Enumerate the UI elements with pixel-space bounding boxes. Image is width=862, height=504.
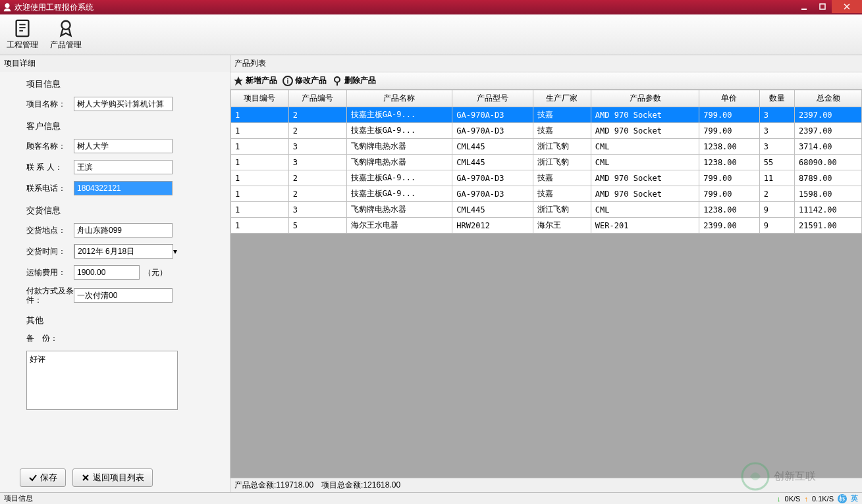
table-cell: CML <box>591 202 699 218</box>
table-cell: 2 <box>288 107 346 123</box>
table-header[interactable]: 产品名称 <box>346 90 452 107</box>
shipping-fee-input[interactable] <box>74 265 140 280</box>
table-cell: 11142.00 <box>795 202 862 218</box>
table-cell: HRW2012 <box>452 218 533 234</box>
project-name-input[interactable] <box>74 97 173 111</box>
svg-marker-12 <box>234 76 243 86</box>
delivery-time-input[interactable] <box>74 244 173 259</box>
table-header[interactable]: 产品参数 <box>591 90 699 107</box>
table-cell: CML445 <box>452 139 533 155</box>
table-header[interactable]: 产品编号 <box>288 90 346 107</box>
edit-product-button[interactable]: i 修改产品 <box>283 75 327 86</box>
table-header[interactable]: 总金额 <box>795 90 862 107</box>
edit-product-label: 修改产品 <box>295 75 327 86</box>
table-cell: 3714.00 <box>795 139 862 155</box>
table-cell: 浙江飞豹 <box>533 202 591 218</box>
table-cell: CML445 <box>452 155 533 170</box>
table-cell: 1 <box>231 186 289 202</box>
table-cell: 1 <box>231 123 289 139</box>
minimize-button[interactable] <box>795 0 813 13</box>
project-name-label: 项目名称： <box>26 99 74 110</box>
remarks-textarea[interactable]: 好评 <box>26 351 178 410</box>
close-button[interactable] <box>832 0 862 13</box>
table-cell: 飞豹牌电热水器 <box>346 155 452 170</box>
payment-terms-label: 付款方式及条件： <box>26 286 74 305</box>
table-cell: 2 <box>288 170 346 186</box>
ime-indicator-2[interactable]: 英 <box>851 493 858 503</box>
table-cell: 55 <box>759 155 794 170</box>
table-cell: 技嘉 <box>533 170 591 186</box>
date-dropdown-icon[interactable]: ▾ <box>173 247 177 256</box>
delivery-time-picker[interactable]: ▾ <box>74 244 173 259</box>
save-button[interactable]: 保存 <box>20 468 66 487</box>
main-content: 项目详细 项目信息 项目名称： 客户信息 顾客名称： 联 系 人： <box>0 55 862 492</box>
table-cell: GA-970A-D3 <box>452 170 533 186</box>
table-row[interactable]: 12技嘉主板GA-9...GA-970A-D3技嘉AMD 970 Socket7… <box>231 107 862 123</box>
remarks-label: 备 份： <box>26 333 74 344</box>
delete-product-button[interactable]: 删除产品 <box>332 75 376 86</box>
net-up-speed: 0.1K/S <box>812 495 834 503</box>
table-cell: 21591.00 <box>795 218 862 234</box>
maximize-button[interactable] <box>813 0 832 13</box>
table-cell: 飞豹牌电热水器 <box>346 202 452 218</box>
download-arrow-icon: ↓ <box>777 495 781 503</box>
product-management-button[interactable]: 产品管理 <box>47 17 84 52</box>
add-product-button[interactable]: 新增产品 <box>233 75 277 86</box>
table-row[interactable]: 12技嘉主板GA-9...GA-970A-D3技嘉AMD 970 Socket7… <box>231 186 862 202</box>
svg-rect-1 <box>801 9 807 10</box>
customer-name-label: 顾客名称： <box>26 141 74 152</box>
table-cell: 技嘉主板GA-9... <box>346 186 452 202</box>
delivery-addr-label: 交货地点： <box>26 225 74 236</box>
table-cell: 1238.00 <box>699 139 760 155</box>
table-cell: CML <box>591 155 699 170</box>
back-button-label: 返回项目列表 <box>93 472 144 484</box>
table-cell: GA-970A-D3 <box>452 107 533 123</box>
table-header[interactable]: 生产厂家 <box>533 90 591 107</box>
table-row[interactable]: 12技嘉主板GA-9...GA-970A-D3技嘉AMD 970 Socket7… <box>231 170 862 186</box>
table-cell: 11 <box>759 170 794 186</box>
add-product-label: 新增产品 <box>246 75 277 86</box>
table-cell: 技嘉 <box>533 107 591 123</box>
table-cell: 1 <box>231 202 289 218</box>
other-section: 其他 备 份： 好评 <box>26 315 210 412</box>
table-cell: 2397.00 <box>795 123 862 139</box>
product-table-container[interactable]: 项目编号产品编号产品名称产品型号生产厂家产品参数单价数量总金额 12技嘉主板GA… <box>230 89 862 478</box>
ime-indicator-1[interactable]: 标 <box>838 494 847 503</box>
table-cell: AMD 970 Socket <box>591 186 699 202</box>
table-header[interactable]: 产品型号 <box>452 90 533 107</box>
table-cell: 5 <box>288 218 346 234</box>
app-icon <box>3 3 12 12</box>
product-management-label: 产品管理 <box>50 39 82 51</box>
svg-text:i: i <box>287 78 289 85</box>
table-cell: 2397.00 <box>795 107 862 123</box>
back-button[interactable]: 返回项目列表 <box>72 468 153 487</box>
table-cell: 海尔王水电器 <box>346 218 452 234</box>
project-management-button[interactable]: 工程管理 <box>4 17 41 52</box>
contact-person-input[interactable] <box>74 160 173 174</box>
delivery-addr-input[interactable] <box>74 223 173 238</box>
title-bar: 欢迎使用工程报价系统 <box>0 0 862 14</box>
payment-terms-input[interactable] <box>74 288 173 303</box>
contact-phone-label: 联系电话： <box>26 183 74 194</box>
contact-phone-input[interactable] <box>74 181 173 195</box>
table-cell: 浙江飞豹 <box>533 139 591 155</box>
table-cell: 3 <box>288 139 346 155</box>
table-row[interactable]: 13飞豹牌电热水器CML445浙江飞豹CML1238.00911142.00 <box>231 202 862 218</box>
table-header[interactable]: 数量 <box>759 90 794 107</box>
table-row[interactable]: 13飞豹牌电热水器CML445浙江飞豹CML1238.005568090.00 <box>231 155 862 170</box>
table-header[interactable]: 项目编号 <box>231 90 289 107</box>
shipping-fee-unit: （元） <box>144 267 167 278</box>
table-cell: 799.00 <box>699 107 760 123</box>
table-header[interactable]: 单价 <box>699 90 760 107</box>
table-cell: 飞豹牌电热水器 <box>346 139 452 155</box>
product-list-panel: 产品列表 新增产品 i 修改产品 删除产品 项目编号产品编号产品名称产品型号生产… <box>230 55 862 492</box>
table-cell: 799.00 <box>699 123 760 139</box>
table-cell: CML445 <box>452 202 533 218</box>
customer-name-input[interactable] <box>74 139 173 153</box>
table-row[interactable]: 15海尔王水电器HRW2012海尔王WER-2012399.00921591.0… <box>231 218 862 234</box>
table-cell: 9 <box>759 218 794 234</box>
table-cell: 2399.00 <box>699 218 760 234</box>
table-row[interactable]: 13飞豹牌电热水器CML445浙江飞豹CML1238.0033714.00 <box>231 139 862 155</box>
table-row[interactable]: 12技嘉主板GA-9...GA-970A-D3技嘉AMD 970 Socket7… <box>231 123 862 139</box>
project-detail-panel: 项目详细 项目信息 项目名称： 客户信息 顾客名称： 联 系 人： <box>0 55 230 492</box>
